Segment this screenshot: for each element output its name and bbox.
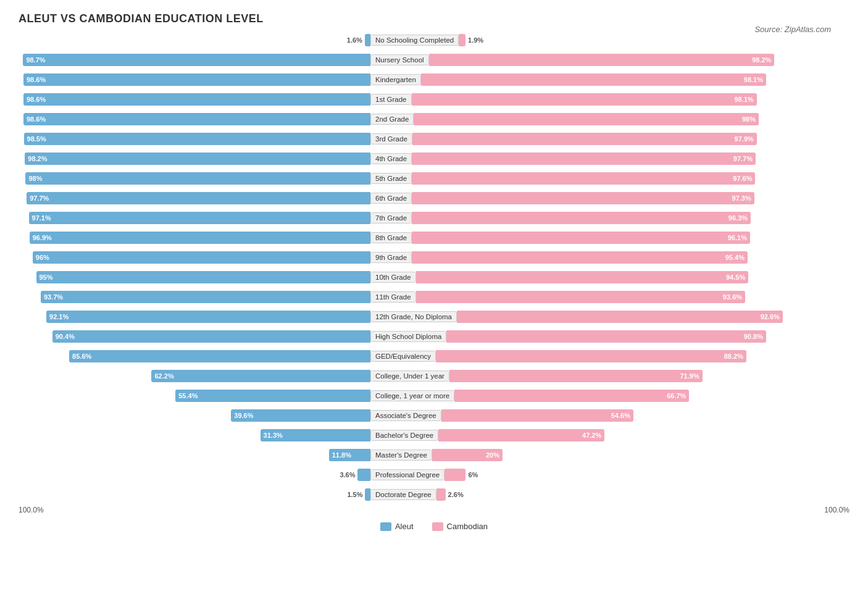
cambodian-bar: 97.3%: [412, 192, 754, 204]
chart-title: ALEUT VS CAMBODIAN EDUCATION LEVEL: [19, 12, 849, 25]
cambodian-value: 98%: [742, 115, 756, 123]
aleut-bar: 98.7%: [23, 54, 370, 66]
row-label: Associate's Degree: [370, 410, 441, 421]
row-label: College, 1 year or more: [370, 390, 454, 401]
row-label: 3rd Grade: [370, 133, 412, 144]
bar-row: 98.6% 1st Grade 98.1%: [19, 91, 849, 108]
bar-row: 90.4% High School Diploma 90.8%: [19, 328, 849, 345]
aleut-bar: 31.3%: [261, 429, 370, 441]
cambodian-value: 98.1%: [744, 76, 763, 83]
row-label: 9th Grade: [370, 252, 412, 263]
row-label: Doctorate Degree: [370, 489, 436, 500]
cambodian-bar: 95.4%: [412, 251, 748, 264]
cambodian-value: 47.2%: [582, 432, 601, 439]
bar-row: 39.6% Associate's Degree 54.6%: [19, 407, 849, 424]
bar-row: 98.5% 3rd Grade 97.9%: [19, 130, 849, 148]
cambodian-bar: 98.1%: [421, 73, 766, 86]
aleut-bar: 62.2%: [151, 370, 370, 382]
row-label: 4th Grade: [370, 153, 412, 164]
bar-row: 98.6% Kindergarten 98.1%: [19, 71, 849, 88]
aleut-value: 90.4%: [56, 333, 75, 340]
aleut-value: 95%: [40, 274, 53, 281]
aleut-bar: 55.4%: [175, 390, 370, 402]
row-label: 6th Grade: [370, 193, 412, 204]
row-label: 12th Grade, No Diploma: [370, 311, 457, 322]
bar-row: 95% 10th Grade 94.5%: [19, 269, 849, 286]
row-label: 10th Grade: [370, 272, 416, 283]
aleut-value: 96.9%: [33, 234, 52, 241]
cambodian-bar: 94.5%: [416, 271, 749, 283]
bar-row: 62.2% College, Under 1 year 71.9%: [19, 367, 849, 385]
row-label: Professional Degree: [370, 469, 444, 480]
aleut-bar: [357, 469, 370, 481]
aleut-bar: [365, 34, 370, 46]
aleut-value: 98%: [28, 175, 42, 182]
row-label: Nursery School: [370, 54, 429, 65]
aleut-bar: 96%: [33, 251, 370, 264]
aleut-value: 96%: [36, 254, 49, 261]
bar-row: 1.6% No Schooling Completed 1.9%: [19, 31, 849, 49]
cambodian-bar: 20%: [432, 449, 503, 461]
aleut-bar: 98.2%: [25, 153, 370, 165]
cambodian-bar: 71.9%: [449, 370, 703, 382]
legend-aleut: Aleut: [380, 522, 414, 531]
aleut-legend-label: Aleut: [395, 522, 414, 531]
row-label: College, Under 1 year: [370, 370, 449, 382]
row-label: 2nd Grade: [370, 114, 414, 125]
aleut-bar: 85.6%: [69, 350, 370, 362]
aleut-bar: [365, 488, 370, 501]
row-label: 1st Grade: [370, 94, 412, 105]
aleut-bar: 11.8%: [329, 449, 370, 461]
aleut-bar: 98.6%: [23, 93, 370, 106]
cambodian-value-outside: 6%: [468, 471, 478, 479]
cambodian-value: 20%: [486, 451, 499, 459]
cambodian-bar: 96.3%: [412, 212, 751, 224]
aleut-value: 39.6%: [234, 412, 253, 419]
bar-row: 98.6% 2nd Grade 98%: [19, 111, 849, 128]
aleut-bar: 39.6%: [231, 409, 370, 422]
cambodian-value-outside: 2.6%: [448, 491, 464, 498]
cambodian-bar: 97.7%: [412, 153, 756, 165]
chart-body: 1.6% No Schooling Completed 1.9%: [19, 31, 849, 503]
cambodian-bar: [459, 34, 465, 46]
bar-row: 98% 5th Grade 97.6%: [19, 170, 849, 187]
bar-row: 98.7% Nursery School 98.2%: [19, 51, 849, 69]
legend: Aleut Cambodian: [19, 522, 849, 531]
cambodian-value: 66.7%: [667, 392, 686, 399]
cambodian-bar: 66.7%: [454, 390, 689, 402]
cambodian-value: 90.8%: [744, 333, 763, 340]
cambodian-bar: 97.9%: [412, 133, 757, 145]
aleut-bar: 96.9%: [30, 232, 370, 244]
aleut-value: 98.6%: [27, 115, 46, 123]
bar-row: 85.6% GED/Equivalency 88.2%: [19, 348, 849, 365]
cambodian-value: 97.3%: [732, 194, 751, 202]
aleut-value: 92.1%: [49, 313, 69, 320]
cambodian-value: 97.9%: [735, 135, 754, 143]
aleut-legend-box: [380, 522, 391, 531]
aleut-bar: 95%: [36, 271, 371, 283]
aleut-value-outside: 3.6%: [340, 471, 355, 479]
cambodian-value: 98.1%: [734, 96, 753, 103]
row-label: No Schooling Completed: [370, 35, 459, 46]
aleut-value: 98.6%: [27, 96, 46, 103]
aleut-value: 98.6%: [27, 76, 46, 83]
bar-row: 3.6% Professional Degree 6%: [19, 466, 849, 483]
bar-row: 1.5% Doctorate Degree 2.6%: [19, 486, 849, 503]
aleut-value: 11.8%: [332, 451, 351, 459]
row-label: GED/Equivalency: [370, 351, 436, 362]
cambodian-bar: 98%: [414, 113, 759, 125]
aleut-bar: 90.4%: [52, 330, 370, 343]
aleut-value: 93.7%: [44, 293, 63, 301]
aleut-value: 98.5%: [27, 135, 46, 143]
cambodian-value-outside: 1.9%: [468, 36, 483, 44]
cambodian-bar: 98.2%: [429, 54, 775, 66]
aleut-bar: 98.6%: [23, 73, 370, 86]
cambodian-bar: 90.8%: [446, 330, 766, 343]
aleut-bar: 98.6%: [23, 113, 370, 125]
cambodian-bar: 98.1%: [412, 93, 757, 106]
cambodian-bar: [444, 469, 465, 481]
cambodian-value: 94.5%: [726, 274, 745, 281]
row-label: High School Diploma: [370, 331, 446, 342]
x-left-label: 100.0%: [19, 506, 44, 514]
aleut-bar: 97.1%: [29, 212, 370, 224]
